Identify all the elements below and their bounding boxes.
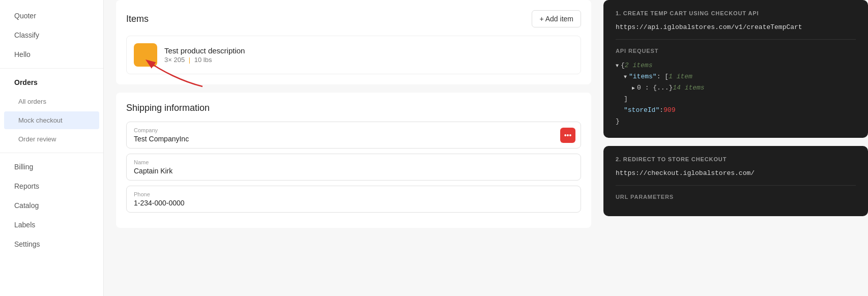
- product-separator: |: [189, 56, 190, 64]
- code-comment-1: 2 items: [625, 60, 653, 71]
- code-bracket-close: ]: [624, 94, 628, 105]
- sidebar-divider-2: [0, 153, 103, 153]
- sidebar-item-catalog[interactable]: Catalog: [4, 196, 99, 215]
- product-card: Test product description 3× 205 | 10 lbs: [126, 36, 581, 74]
- sidebar-item-billing[interactable]: Billing: [4, 158, 99, 176]
- api-divider-1: [616, 39, 856, 40]
- company-label: Company: [134, 127, 573, 133]
- code-key-storeid: "storeId": [624, 105, 659, 116]
- collapse-icon-3[interactable]: ▶: [632, 84, 635, 93]
- collapse-icon-2[interactable]: ▼: [624, 73, 627, 81]
- url-params-label: URL PARAMETERS: [616, 194, 856, 200]
- product-quantity: 3×: [164, 56, 172, 64]
- sidebar-item-labels[interactable]: Labels: [4, 216, 99, 234]
- add-item-button[interactable]: + Add item: [532, 10, 581, 27]
- code-colon-items: : [: [657, 71, 669, 82]
- api-step2-title: 2. REDIRECT TO STORE CHECKOUT: [616, 156, 856, 162]
- sidebar-item-hello[interactable]: Hello: [4, 45, 99, 64]
- code-item-0: 0 : {...}: [637, 82, 673, 94]
- code-block: ▼ { 2 items ▼ "items" : [ 1 item ▶ 0 : {…: [616, 60, 856, 128]
- code-comment-2: 1 item: [669, 71, 692, 82]
- api-card-2: 2. REDIRECT TO STORE CHECKOUT https://ch…: [603, 146, 868, 216]
- sidebar-item-order-review[interactable]: Order review: [4, 130, 99, 148]
- phone-label: Phone: [134, 191, 573, 197]
- items-title: Items: [126, 14, 149, 24]
- code-colon-storeid: :: [659, 105, 663, 116]
- main-content: Items + Add item Test product descriptio…: [104, 0, 603, 296]
- code-line-4: ]: [624, 94, 856, 105]
- sidebar: Quoter Classify Hello Orders All orders …: [0, 0, 104, 296]
- items-section: Items + Add item Test product descriptio…: [116, 0, 591, 84]
- sidebar-divider: [0, 68, 103, 69]
- code-brace-open: {: [621, 60, 625, 71]
- phone-value: 1-234-000-0000: [134, 199, 573, 207]
- shipping-title: Shipping information: [126, 103, 581, 113]
- product-name: Test product description: [164, 46, 573, 55]
- right-panel: 1. CREATE TEMP CART USING CHECKOUT API h…: [603, 0, 868, 296]
- sidebar-item-classify[interactable]: Classify: [4, 26, 99, 44]
- company-field: Company Test CompanyInc •••: [126, 122, 581, 149]
- code-value-storeid: 909: [663, 105, 675, 116]
- sidebar-item-orders: Orders: [4, 73, 99, 92]
- code-line-3: ▶ 0 : {...} 14 items: [632, 82, 856, 94]
- dots-icon: •••: [564, 131, 572, 139]
- sidebar-item-settings[interactable]: Settings: [4, 235, 99, 253]
- api-divider-2: [616, 185, 856, 186]
- product-info: Test product description 3× 205 | 10 lbs: [164, 46, 573, 64]
- company-action-button[interactable]: •••: [560, 128, 575, 143]
- code-line-5: "storeId" : 909: [624, 105, 856, 116]
- code-comment-3: 14 items: [673, 82, 704, 94]
- code-line-1: ▼ { 2 items: [616, 60, 856, 71]
- product-row-container: Test product description 3× 205 | 10 lbs: [126, 36, 581, 74]
- code-brace-close: }: [616, 116, 620, 127]
- items-header: Items + Add item: [126, 10, 581, 27]
- product-meta: 3× 205 | 10 lbs: [164, 56, 573, 64]
- api-step1-url: https://api.iglobalstores.com/v1/createT…: [616, 23, 856, 31]
- api-step1-title: 1. CREATE TEMP CART USING CHECKOUT API: [616, 10, 856, 16]
- shipping-section: Shipping information Company Test Compan…: [116, 93, 591, 228]
- sidebar-item-mock-checkout[interactable]: Mock checkout: [4, 111, 99, 129]
- collapse-icon-1[interactable]: ▼: [616, 62, 619, 70]
- code-line-2: ▼ "items" : [ 1 item: [624, 71, 856, 82]
- api-request-label: API REQUEST: [616, 48, 856, 54]
- sidebar-item-quoter[interactable]: Quoter: [4, 7, 99, 25]
- product-weight-value: 205: [173, 56, 185, 64]
- company-value: Test CompanyInc: [134, 135, 573, 143]
- api-step2-url: https://checkout.iglobalstores.com/: [616, 169, 856, 177]
- api-card-1: 1. CREATE TEMP CART USING CHECKOUT API h…: [603, 0, 868, 138]
- product-weight: 10 lbs: [194, 56, 212, 64]
- code-line-6: }: [616, 116, 856, 127]
- phone-field: Phone 1-234-000-0000: [126, 186, 581, 213]
- name-label: Name: [134, 159, 573, 165]
- sidebar-item-all-orders[interactable]: All orders: [4, 93, 99, 110]
- name-field: Name Captain Kirk: [126, 154, 581, 181]
- name-value: Captain Kirk: [134, 167, 573, 175]
- product-thumbnail: [134, 43, 157, 67]
- sidebar-item-reports[interactable]: Reports: [4, 177, 99, 195]
- code-key-items: "items": [629, 71, 657, 82]
